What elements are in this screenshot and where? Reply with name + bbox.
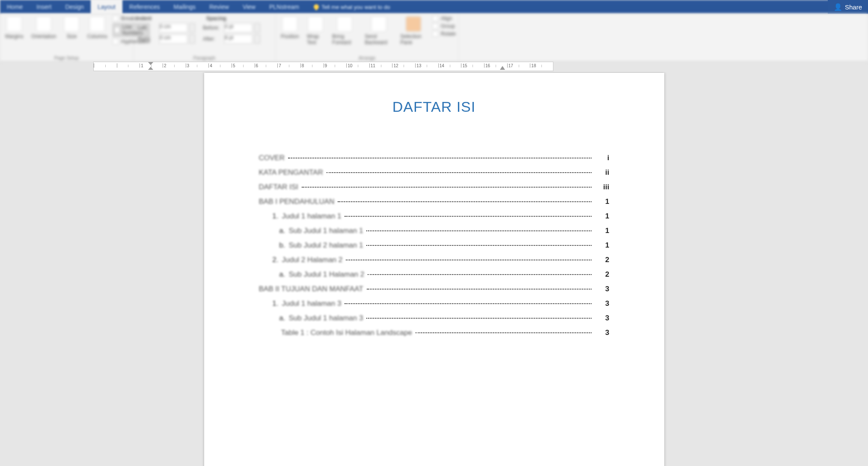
spacing-before-spin[interactable]: Before:0 pt (201, 23, 260, 33)
tab-mailings[interactable]: Mailings (167, 0, 202, 14)
group-paragraph: Indent Spacing Left:0 cm Before:0 pt Rig… (134, 14, 276, 61)
tab-insert[interactable]: Insert (30, 0, 58, 14)
toc-label: BAB II TUJUAN DAN MANFAAT (259, 285, 363, 293)
indent-right-spin[interactable]: Right:0 cm (136, 34, 195, 44)
toc-page-number: ii (595, 168, 609, 177)
toc-leader (346, 260, 591, 260)
toc-entry[interactable]: 1.Judul 1 halaman 11 (259, 212, 609, 221)
toc-label: Judul 1 halaman 1 (282, 212, 342, 221)
group-label-page-setup: Page Setup (3, 54, 131, 60)
toc-entry[interactable]: 1.Judul 1 halaman 33 (259, 299, 609, 308)
toc-label: Sub Judul 2 halaman 1 (289, 241, 363, 250)
toc-page-number: 2 (595, 256, 609, 264)
toc-page-number: 1 (595, 227, 609, 235)
ruler-row: 123456789101112131415161718 (0, 62, 868, 72)
right-indent-marker[interactable] (500, 62, 505, 70)
toc-bullet: a. (278, 227, 285, 235)
toc-leader (366, 230, 591, 231)
toc-label: KATA PENGANTAR (259, 168, 323, 177)
toc-page-number: 3 (595, 329, 609, 337)
indent-left-spin[interactable]: Left:0 cm (136, 23, 195, 33)
toc-label: Sub Judul 1 halaman 3 (289, 314, 363, 323)
ribbon: Home Insert Design Layout References Mai… (0, 0, 868, 62)
toc-label: COVER (259, 154, 285, 162)
size-button[interactable]: Size (61, 15, 82, 40)
toc-bullet: 2. (271, 256, 279, 264)
toc-entry[interactable]: BAB I PENDAHULUAN1 (259, 197, 609, 206)
toc-leader (327, 172, 592, 173)
ribbon-tab-strip: Home Insert Design Layout References Mai… (0, 0, 868, 14)
group-arrange: Position Wrap Text Bring Forward Send Ba… (276, 14, 459, 61)
toc-entry[interactable]: 2.Judul 2 Halaman 22 (259, 256, 609, 264)
toc-entry[interactable]: Table 1 : Contoh Isi Halaman Landscape3 (259, 329, 609, 337)
toc-entry[interactable]: a.Sub Judul 1 halaman 11 (259, 227, 609, 235)
toc-leader (288, 158, 592, 158)
toc-entry[interactable]: COVERi (259, 154, 609, 162)
tab-view[interactable]: View (236, 0, 262, 14)
toc-page-number: i (595, 154, 609, 162)
group-label-paragraph: Paragraph (136, 54, 273, 60)
tab-layout[interactable]: Layout (91, 0, 122, 14)
toc-page-number: 3 (595, 285, 609, 293)
align-button[interactable]: Align (432, 15, 456, 21)
wrap-text-button[interactable]: Wrap Text (304, 15, 327, 46)
columns-button[interactable]: Columns (84, 15, 110, 40)
group-button[interactable]: Group (432, 23, 456, 29)
toc-entry[interactable]: a.Sub Judul 1 halaman 33 (259, 314, 609, 323)
group-page-setup: Margins Orientation Size Columns Breaks … (0, 14, 134, 61)
toc-leader (338, 201, 591, 202)
toc-leader (345, 303, 591, 304)
toc-entry[interactable]: a.Sub Judul 1 Halaman 22 (259, 270, 609, 279)
toc-page-number: iii (595, 183, 609, 191)
toc-label: Judul 1 halaman 3 (282, 299, 342, 308)
tab-review[interactable]: Review (202, 0, 236, 14)
rotate-button[interactable]: Rotate (432, 31, 456, 37)
position-button[interactable]: Position (278, 15, 302, 40)
toc-bullet: b. (278, 241, 285, 250)
toc-leader (366, 318, 591, 319)
left-indent-marker[interactable] (148, 62, 153, 70)
toc-page-number: 1 (595, 241, 609, 250)
tab-design[interactable]: Design (58, 0, 91, 14)
document-area[interactable]: DAFTAR ISI COVERiKATA PENGANTARiiDAFTAR … (0, 72, 868, 466)
tab-references[interactable]: References (122, 0, 167, 14)
toc-entry[interactable]: b.Sub Judul 2 halaman 11 (259, 241, 609, 250)
bring-forward-button[interactable]: Bring Forward (330, 15, 360, 46)
tell-me-placeholder: Tell me what you want to do (321, 4, 390, 10)
toc-label: Sub Judul 1 Halaman 2 (289, 270, 365, 279)
group-label-arrange: Arrange (278, 54, 456, 60)
toc-leader (345, 216, 591, 217)
toc-leader (302, 187, 592, 188)
selection-pane-button[interactable]: Selection Pane (398, 15, 429, 46)
toc-bullet: a. (278, 270, 285, 279)
margins-button[interactable]: Margins (3, 15, 26, 40)
toc-bullet: 1. (271, 212, 279, 221)
share-label: Share (845, 3, 862, 11)
table-of-contents: COVERiKATA PENGANTARiiDAFTAR ISIiiiBAB I… (259, 154, 609, 337)
toc-bullet: 1. (271, 299, 279, 308)
document-title: DAFTAR ISI (259, 99, 609, 115)
orientation-button[interactable]: Orientation (29, 15, 59, 40)
spacing-header: Spacing (206, 15, 226, 21)
toc-label: BAB I PENDAHULUAN (259, 197, 335, 206)
toc-page-number: 1 (595, 212, 609, 221)
horizontal-ruler[interactable]: 123456789101112131415161718 (93, 62, 553, 71)
toc-entry[interactable]: KATA PENGANTARii (259, 168, 609, 177)
send-backward-button[interactable]: Send Backward (362, 15, 395, 46)
toc-page-number: 3 (595, 299, 609, 308)
bulb-icon (313, 3, 320, 11)
page: DAFTAR ISI COVERiKATA PENGANTARiiDAFTAR … (204, 73, 664, 466)
tab-home[interactable]: Home (0, 0, 30, 14)
toc-label: Sub Judul 1 halaman 1 (289, 227, 363, 235)
spacing-after-spin[interactable]: After:8 pt (201, 34, 260, 44)
toc-page-number: 3 (595, 314, 609, 323)
toc-label: Judul 2 Halaman 2 (282, 256, 343, 264)
toc-entry[interactable]: BAB II TUJUAN DAN MANFAAT3 (259, 285, 609, 293)
toc-label: Table 1 : Contoh Isi Halaman Landscape (281, 329, 412, 337)
tab-extra[interactable]: PLNstream (262, 0, 306, 14)
toc-leader (416, 332, 592, 333)
toc-entry[interactable]: DAFTAR ISIiii (259, 183, 609, 191)
share-button[interactable]: 👤 Share (828, 0, 868, 14)
tell-me-search[interactable]: Tell me what you want to do (306, 0, 868, 14)
indent-header: Indent (136, 15, 152, 21)
